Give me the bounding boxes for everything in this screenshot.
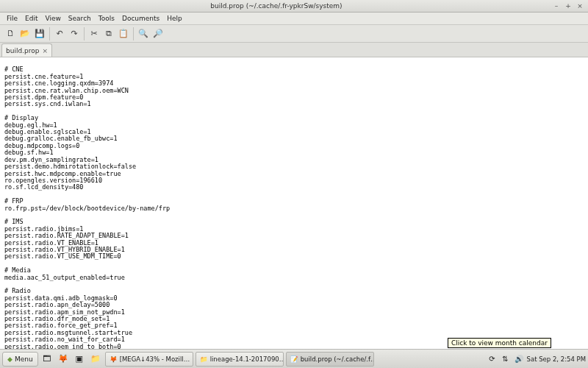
- taskbar-task[interactable]: 📁lineage-14.1-2017090…: [196, 352, 284, 367]
- tab-bar: build.prop ×: [0, 43, 588, 57]
- system-taskbar: ◆ Menu 🗔 🦊 ▣ 📁 🦊[MEGA↓43% - Mozill… 📁lin…: [0, 349, 588, 368]
- tab-close-icon[interactable]: ×: [42, 47, 48, 54]
- task-label: [MEGA↓43% - Mozill…: [120, 355, 190, 363]
- update-tray-icon[interactable]: ⟳: [487, 354, 498, 364]
- terminal-launcher-icon[interactable]: ▣: [72, 352, 87, 367]
- toolbar: 🗋 📂 💾 ↶ ↷ ✂ ⧉ 📋 🔍 🔎: [0, 25, 588, 43]
- menu-file[interactable]: File: [3, 15, 21, 22]
- save-file-icon[interactable]: 💾: [33, 27, 46, 40]
- minimize-button[interactable]: –: [551, 1, 562, 10]
- taskbar-task[interactable]: 📝build.prop (~/.cache/.f…: [286, 352, 374, 367]
- close-button[interactable]: ×: [575, 1, 585, 10]
- task-label: build.prop (~/.cache/.f…: [301, 355, 374, 363]
- menu-help[interactable]: Help: [163, 15, 186, 22]
- task-icon: 📁: [200, 355, 208, 363]
- tab-label: build.prop: [6, 47, 39, 54]
- editor-area[interactable]: # CNE persist.cne.feature=1 persist.cne.…: [0, 57, 588, 349]
- window-titlebar: build.prop (~/.cache/.fr-ypkrSw/system) …: [0, 0, 588, 13]
- toolbar-separator: [49, 27, 50, 40]
- menubar: File Edit View Search Tools Documents He…: [0, 13, 588, 25]
- menu-search[interactable]: Search: [65, 15, 95, 22]
- undo-icon[interactable]: ↶: [53, 27, 66, 40]
- volume-tray-icon[interactable]: 🔊: [514, 354, 524, 364]
- menu-edit[interactable]: Edit: [21, 15, 41, 22]
- files-launcher-icon[interactable]: 📁: [88, 352, 103, 367]
- firefox-launcher-icon[interactable]: 🦊: [56, 352, 71, 367]
- menu-documents[interactable]: Documents: [118, 15, 163, 22]
- network-tray-icon[interactable]: ⇅: [501, 354, 511, 364]
- system-tray: ⟳ ⇅ 🔊 Sat Sep 2, 2:54 PM: [487, 354, 586, 364]
- start-menu-button[interactable]: ◆ Menu: [2, 352, 38, 367]
- show-desktop-icon[interactable]: 🗔: [40, 352, 54, 367]
- start-menu-label: Menu: [15, 355, 33, 363]
- find-icon[interactable]: 🔍: [137, 27, 150, 40]
- redo-icon[interactable]: ↷: [68, 27, 81, 40]
- calendar-tooltip: Click to view month calendar: [448, 338, 551, 348]
- document-tab[interactable]: build.prop ×: [1, 43, 52, 57]
- cut-icon[interactable]: ✂: [87, 27, 101, 40]
- taskbar-task[interactable]: 🦊[MEGA↓43% - Mozill…: [105, 352, 193, 367]
- new-file-icon[interactable]: 🗋: [4, 27, 17, 40]
- paste-icon[interactable]: 📋: [117, 27, 130, 40]
- copy-icon[interactable]: ⧉: [102, 27, 115, 40]
- maximize-button[interactable]: +: [563, 1, 573, 10]
- task-icon: 📝: [290, 355, 298, 363]
- clock[interactable]: Sat Sep 2, 2:54 PM: [527, 355, 586, 363]
- toolbar-separator: [84, 27, 85, 40]
- menu-tools[interactable]: Tools: [95, 15, 118, 22]
- task-icon: 🦊: [110, 355, 118, 363]
- toolbar-separator: [133, 27, 134, 40]
- find-replace-icon[interactable]: 🔎: [151, 27, 165, 40]
- task-label: lineage-14.1-2017090…: [210, 355, 284, 363]
- open-file-icon[interactable]: 📂: [18, 27, 32, 40]
- menu-logo-icon: ◆: [7, 355, 12, 363]
- menu-view[interactable]: View: [42, 15, 65, 22]
- window-title: build.prop (~/.cache/.fr-ypkrSw/system): [3, 2, 550, 10]
